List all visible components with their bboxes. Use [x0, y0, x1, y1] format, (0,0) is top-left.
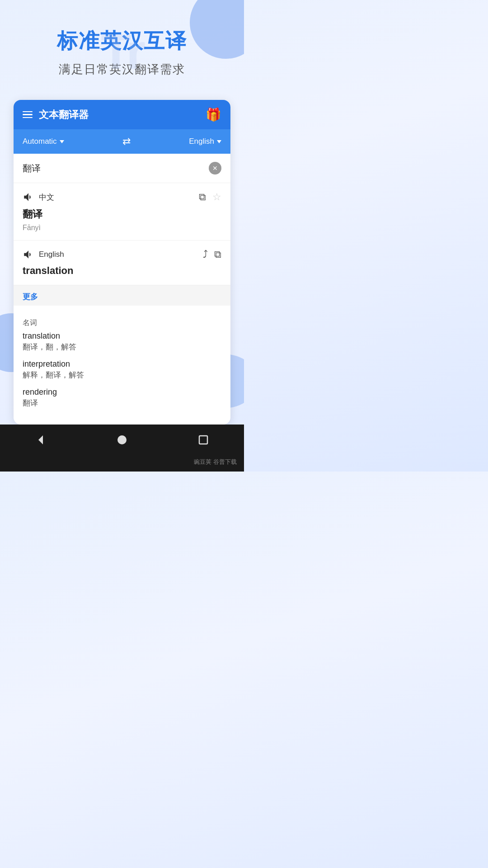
input-area[interactable]: 翻译 — [14, 154, 230, 183]
word-translation-2: interpretation — [23, 359, 221, 369]
copy-chinese-button[interactable]: ⧉ — [199, 191, 206, 203]
word-meanings-3: 翻译 — [23, 398, 221, 408]
word-translation-1: translation — [23, 331, 221, 341]
english-sound-button[interactable] — [23, 249, 34, 260]
noun-label: 名词 — [23, 318, 221, 328]
bottom-watermark-bar: 豌豆荚 谷普下载 — [0, 455, 244, 472]
word-entry-3: rendering 翻译 — [23, 387, 221, 408]
source-language-selector[interactable]: Automatic — [23, 137, 64, 146]
back-button[interactable] — [34, 433, 47, 447]
language-selector-bar: Automatic ⇄ English — [14, 129, 230, 154]
english-result-header: English ⤴ ⧉ — [23, 249, 221, 260]
word-meanings-1: 翻译，翻，解答 — [23, 342, 221, 352]
source-language-label: Automatic — [23, 137, 57, 146]
english-translation-text: translation — [23, 265, 221, 277]
app-title: 文本翻译器 — [39, 108, 89, 122]
source-language-dropdown-arrow — [60, 140, 64, 143]
bottom-navigation-bar — [0, 425, 244, 455]
more-section: 更多 — [14, 285, 230, 306]
chinese-result-card: 中文 ⧉ ☆ 翻译 Fānyì — [14, 183, 230, 241]
chinese-lang-left: 中文 — [23, 191, 54, 203]
chinese-result-header: 中文 ⧉ ☆ — [23, 191, 221, 203]
english-result-actions: ⤴ ⧉ — [203, 249, 221, 260]
hamburger-menu-button[interactable] — [23, 111, 33, 118]
english-lang-left: English — [23, 249, 64, 260]
background-watermark: Tr — [101, 23, 143, 80]
gift-button[interactable]: 🎁 — [206, 107, 221, 122]
english-lang-label: English — [39, 250, 64, 259]
svg-point-1 — [117, 435, 127, 444]
more-card: 名词 translation 翻译，翻，解答 interpretation 解释… — [14, 306, 230, 425]
home-button[interactable] — [115, 433, 129, 447]
target-language-dropdown-arrow — [217, 140, 221, 143]
app-card: 文本翻译器 🎁 Automatic ⇄ English 翻译 — [14, 100, 230, 425]
clear-input-button[interactable] — [209, 162, 221, 175]
word-translation-3: rendering — [23, 387, 221, 397]
input-text: 翻译 — [23, 162, 209, 175]
word-entry-1: 名词 translation 翻译，翻，解答 — [23, 318, 221, 352]
favorite-chinese-button[interactable]: ☆ — [212, 191, 221, 203]
app-titlebar: 文本翻译器 🎁 — [14, 100, 230, 129]
copy-english-button[interactable]: ⧉ — [214, 249, 221, 260]
external-link-english-button[interactable]: ⤴ — [203, 249, 208, 260]
recents-button[interactable] — [197, 433, 210, 447]
target-language-label: English — [189, 137, 214, 146]
english-result-card: English ⤴ ⧉ translation — [14, 241, 230, 285]
target-language-selector[interactable]: English — [189, 137, 221, 146]
titlebar-left: 文本翻译器 — [23, 108, 89, 122]
swap-languages-button[interactable]: ⇄ — [122, 136, 131, 147]
word-entry-2: interpretation 解释，翻译，解答 — [23, 359, 221, 380]
more-label: 更多 — [23, 292, 221, 302]
word-meanings-2: 解释，翻译，解答 — [23, 370, 221, 380]
chinese-lang-label: 中文 — [39, 192, 54, 203]
chinese-pinyin: Fānyì — [23, 224, 221, 232]
chinese-translation-text: 翻译 — [23, 208, 221, 221]
chinese-sound-button[interactable] — [23, 191, 34, 203]
svg-marker-0 — [38, 435, 43, 444]
svg-rect-2 — [199, 436, 207, 444]
chinese-result-actions: ⧉ ☆ — [199, 191, 221, 203]
bottom-logo: 豌豆荚 谷普下载 — [194, 458, 237, 466]
